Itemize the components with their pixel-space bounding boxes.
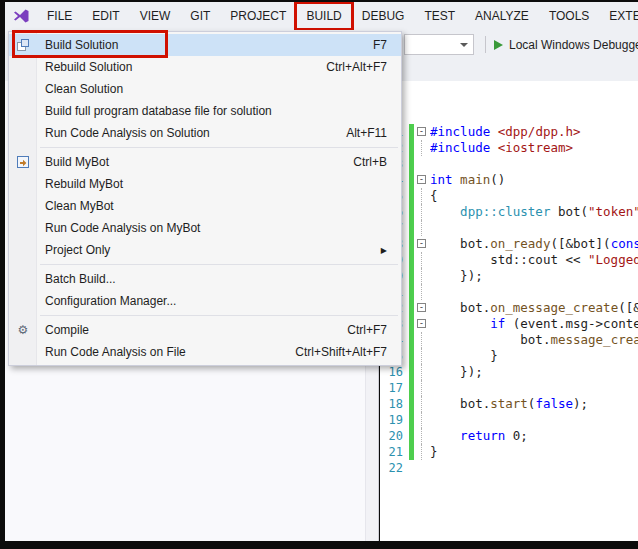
menu-item-shortcut: F7 (373, 38, 387, 52)
menu-item-label: Clean Solution (45, 82, 123, 96)
code-text: return 0; (430, 428, 638, 444)
fold-margin (414, 284, 430, 300)
fold-collapse-icon[interactable]: - (414, 236, 430, 252)
visual-studio-window: FILEEDITVIEWGITPROJECTBUILDDEBUGTESTANAL… (0, 0, 638, 549)
menubar-item-project[interactable]: PROJECT (220, 3, 296, 29)
code-text: int main() (430, 172, 638, 188)
menu-item-rebuild-solution[interactable]: Rebuild SolutionCtrl+Alt+F7 (9, 56, 401, 78)
menu-item-shortcut: Ctrl+F7 (347, 323, 387, 337)
menu-item-label: Build MyBot (45, 155, 109, 169)
code-line: 3 (380, 156, 638, 172)
run-label: Local Windows Debugger (509, 38, 638, 52)
menubar-item-build[interactable]: BUILD (296, 3, 351, 29)
fold-margin (414, 188, 430, 204)
menu-item-label: Build Solution (45, 38, 118, 52)
code-text: #include <dpp/dpp.h> (430, 124, 638, 140)
menu-item-label: Project Only (45, 243, 110, 257)
code-line: 4-int main() (380, 172, 638, 188)
line-number: 18 (380, 396, 409, 412)
menu-item-shortcut: Ctrl+Shift+Alt+F7 (295, 345, 387, 359)
menu-item-label: Configuration Manager... (45, 294, 176, 308)
menubar-item-file[interactable]: FILE (37, 3, 82, 29)
build-menu: Build SolutionF7Rebuild SolutionCtrl+Alt… (8, 31, 402, 366)
menubar-items: FILEEDITVIEWGITPROJECTBUILDDEBUGTESTANAL… (37, 3, 638, 29)
code-text: bot.start(false); (430, 396, 638, 412)
menu-item-build-mybot[interactable]: Build MyBotCtrl+B (9, 151, 401, 173)
code-text: if (event.msg->content == "!ping") { (430, 316, 638, 332)
menubar-item-analyze[interactable]: ANALYZE (465, 3, 539, 29)
line-number: 19 (380, 412, 409, 428)
fold-collapse-icon[interactable]: - (414, 124, 430, 140)
line-number: 17 (380, 380, 409, 396)
fold-collapse-icon[interactable]: - (414, 300, 430, 316)
menubar-item-tools[interactable]: TOOLS (539, 3, 599, 29)
menubar-item-edit[interactable]: EDIT (82, 3, 129, 29)
build-menu-items: Build SolutionF7Rebuild SolutionCtrl+Alt… (9, 34, 401, 363)
menu-item-label: Run Code Analysis on File (45, 345, 186, 359)
build-solution-icon (15, 37, 31, 53)
code-line: 7 (380, 220, 638, 236)
visual-studio-logo (11, 6, 31, 26)
menubar-item-test[interactable]: TEST (414, 3, 465, 29)
play-icon (494, 40, 503, 50)
line-number: 16 (380, 364, 409, 380)
menu-item-project-only[interactable]: Project Only▶ (9, 239, 401, 261)
menu-item-build-full-program-database-file-for-solution[interactable]: Build full program database file for sol… (9, 100, 401, 122)
menubar-item-view[interactable]: VIEW (130, 3, 181, 29)
code-text: bot.on_ready([&bot](const dpp::ready_t& … (430, 236, 638, 252)
submenu-arrow-icon: ▶ (381, 246, 387, 255)
code-line: 1-#include <dpp/dpp.h> (380, 124, 638, 140)
code-text: }); (430, 268, 638, 284)
code-text: } (430, 348, 638, 364)
menu-item-rebuild-mybot[interactable]: Rebuild MyBot (9, 173, 401, 195)
menu-item-run-code-analysis-on-mybot[interactable]: Run Code Analysis on MyBot (9, 217, 401, 239)
configuration-combo[interactable] (404, 34, 474, 55)
fold-margin (414, 220, 430, 236)
code-line: 14 bot.message_create(dpp::message(event… (380, 332, 638, 348)
menubar-item-git[interactable]: GIT (180, 3, 220, 29)
fold-margin (414, 396, 430, 412)
code-line: 15 } (380, 348, 638, 364)
menu-item-run-code-analysis-on-file[interactable]: Run Code Analysis on FileCtrl+Shift+Alt+… (9, 341, 401, 363)
code-line: 12- bot.on_message_create([&bot](const d… (380, 300, 638, 316)
code-text: bot.message_create(dpp::message(event.ms… (430, 332, 638, 348)
code-line: 13- if (event.msg->content == "!ping") { (380, 316, 638, 332)
code-text (430, 284, 638, 300)
menu-item-batch-build[interactable]: Batch Build... (9, 268, 401, 290)
menubar: FILEEDITVIEWGITPROJECTBUILDDEBUGTESTANAL… (5, 2, 638, 30)
menu-item-build-solution[interactable]: Build SolutionF7 (9, 34, 401, 56)
code-line: 20 return 0; (380, 428, 638, 444)
start-debugging-button[interactable]: Local Windows Debugger (494, 35, 638, 55)
code-text (430, 156, 638, 172)
fold-margin (414, 428, 430, 444)
code-line: 6 dpp::cluster bot("token"); (380, 204, 638, 220)
code-line: 5{ (380, 188, 638, 204)
menubar-item-debug[interactable]: DEBUG (352, 3, 415, 29)
menu-item-shortcut: Ctrl+B (353, 155, 387, 169)
menu-item-shortcut: Alt+F11 (346, 126, 387, 140)
menu-item-configuration-manager[interactable]: Configuration Manager... (9, 290, 401, 312)
menu-item-run-code-analysis-on-solution[interactable]: Run Code Analysis on SolutionAlt+F11 (9, 122, 401, 144)
fold-margin (414, 204, 430, 220)
menu-item-label: Rebuild MyBot (45, 177, 123, 191)
code-text: dpp::cluster bot("token"); (430, 204, 638, 220)
fold-collapse-icon[interactable]: - (414, 316, 430, 332)
code-text: } (430, 444, 638, 460)
code-text (430, 220, 638, 236)
menu-separator (40, 147, 398, 148)
compile-icon: ⚙ (15, 322, 31, 338)
code-line: 9 std::cout << "Logged in as " << bot.me… (380, 252, 638, 268)
code-line: 18 bot.start(false); (380, 396, 638, 412)
menu-item-clean-mybot[interactable]: Clean MyBot (9, 195, 401, 217)
toolbar-separator (485, 36, 486, 53)
fold-collapse-icon[interactable]: - (414, 172, 430, 188)
line-number: 20 (380, 428, 409, 444)
code-editor[interactable]: 1-#include <dpp/dpp.h>2#include <iostrea… (380, 81, 638, 541)
code-line: 2#include <iostream> (380, 140, 638, 156)
fold-margin (414, 332, 430, 348)
menubar-item-extensions[interactable]: EXTENSIONS (599, 3, 638, 29)
menu-item-compile[interactable]: ⚙CompileCtrl+F7 (9, 319, 401, 341)
line-number: 22 (380, 460, 409, 476)
code-text: #include <iostream> (430, 140, 638, 156)
menu-item-clean-solution[interactable]: Clean Solution (9, 78, 401, 100)
